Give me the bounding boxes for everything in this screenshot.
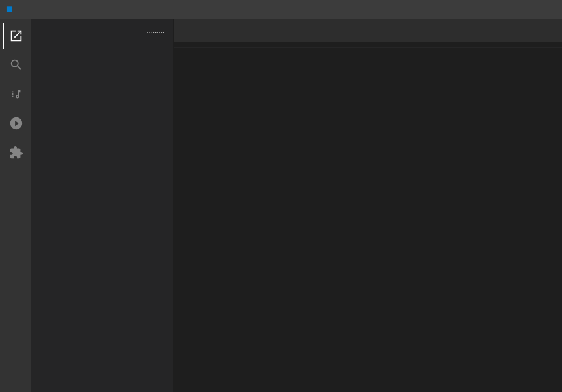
- debug-icon[interactable]: [3, 110, 29, 136]
- explorer-icon[interactable]: [3, 23, 29, 49]
- title-bar: ■: [0, 0, 562, 19]
- main-layout: ………: [0, 19, 562, 392]
- extensions-icon[interactable]: [3, 140, 29, 165]
- breadcrumb: [174, 42, 562, 48]
- code-editor[interactable]: [174, 48, 562, 392]
- sidebar-actions: ………: [145, 25, 167, 36]
- line-numbers: [174, 51, 203, 392]
- tab-bar: [174, 19, 562, 42]
- vscode-logo: ■: [6, 4, 13, 16]
- source-control-icon[interactable]: [3, 81, 29, 107]
- search-activity-icon[interactable]: [3, 52, 29, 78]
- new-file-button[interactable]: ………: [145, 25, 167, 36]
- editor-area: [174, 19, 562, 392]
- sidebar-header: ………: [31, 19, 173, 42]
- code-content[interactable]: [203, 51, 562, 392]
- sidebar: ………: [31, 19, 174, 392]
- activity-bar: [0, 19, 31, 392]
